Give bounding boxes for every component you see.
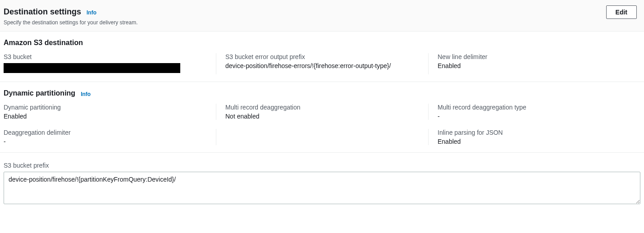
panel-title-row: Destination settings Info <box>4 7 640 17</box>
multi-deagg-value: Not enabled <box>225 113 419 120</box>
dynamic-partitioning-section: Dynamic partitioning Info Dynamic partit… <box>0 82 644 153</box>
inline-json-value: Enabled <box>438 138 631 145</box>
panel-subtitle: Specify the destination settings for you… <box>4 19 640 26</box>
dynamic-partitioning-title: Dynamic partitioning <box>4 89 75 97</box>
s3-error-prefix-value: device-position/firehose-errors/!{fireho… <box>225 62 419 69</box>
multi-deagg-type-value: - <box>438 113 631 120</box>
s3-bucket-value-redacted <box>4 63 180 73</box>
field-deagg-delimiter: Deaggregation delimiter - <box>4 129 216 145</box>
multi-deagg-label: Multi record deaggregation <box>225 104 419 111</box>
multi-deagg-type-label: Multi record deaggregation type <box>438 104 631 111</box>
s3-destination-section: Amazon S3 destination S3 bucket S3 bucke… <box>0 32 644 82</box>
s3-prefix-textarea[interactable]: device-position/firehose/!{partitionKeyF… <box>4 172 640 204</box>
dynamic-partitioning-grid: Dynamic partitioning Enabled Multi recor… <box>4 104 640 145</box>
field-inline-json: Inline parsing for JSON Enabled <box>428 129 640 145</box>
section-title-row: Amazon S3 destination <box>4 39 640 47</box>
deagg-delim-value: - <box>4 138 207 145</box>
s3-error-prefix-label: S3 bucket error output prefix <box>225 53 419 60</box>
newline-label: New line delimiter <box>438 53 631 60</box>
section-title-row: Dynamic partitioning Info <box>4 89 640 97</box>
info-link[interactable]: Info <box>81 91 91 97</box>
s3-prefix-section: S3 bucket prefix device-position/firehos… <box>0 153 644 213</box>
s3-prefix-textarea-wrap: device-position/firehose/!{partitionKeyF… <box>4 172 640 206</box>
s3-prefix-label: S3 bucket prefix <box>4 162 640 169</box>
field-s3-bucket: S3 bucket <box>4 53 216 74</box>
field-s3-error-prefix: S3 bucket error output prefix device-pos… <box>216 53 428 74</box>
s3-destination-grid: S3 bucket S3 bucket error output prefix … <box>4 53 640 74</box>
destination-settings-panel: Destination settings Info Specify the de… <box>0 0 644 32</box>
field-newline-delimiter: New line delimiter Enabled <box>428 53 640 74</box>
s3-destination-title: Amazon S3 destination <box>4 39 83 47</box>
deagg-delim-label: Deaggregation delimiter <box>4 129 207 136</box>
field-dynamic-partitioning: Dynamic partitioning Enabled <box>4 104 216 120</box>
dp-value: Enabled <box>4 113 207 120</box>
panel-title: Destination settings <box>4 7 81 17</box>
newline-value: Enabled <box>438 62 631 69</box>
info-link[interactable]: Info <box>87 9 96 16</box>
field-multi-deagg-type: Multi record deaggregation type - <box>428 104 640 120</box>
field-empty-middle <box>216 129 428 145</box>
s3-bucket-label: S3 bucket <box>4 53 207 60</box>
field-multi-deagg: Multi record deaggregation Not enabled <box>216 104 428 120</box>
dp-label: Dynamic partitioning <box>4 104 207 111</box>
inline-json-label: Inline parsing for JSON <box>438 129 631 136</box>
edit-button[interactable]: Edit <box>606 5 637 19</box>
